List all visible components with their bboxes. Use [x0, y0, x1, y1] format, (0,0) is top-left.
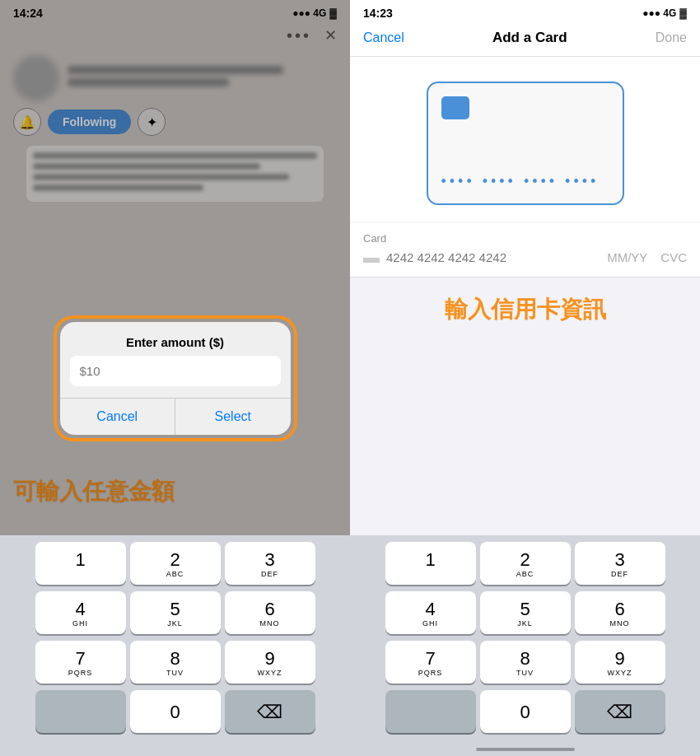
dialog-cancel-button[interactable]: Cancel: [60, 399, 176, 435]
left-phone-screen: 14:24 ●●● 4G ▓ ••• ✕ 🔔 Following ✦: [0, 0, 350, 756]
card-label: Card: [350, 222, 700, 248]
card-type-icon: ▬: [363, 248, 380, 267]
card-fields-row: ▬ MM/YY CVC: [350, 248, 700, 278]
right-keyboard: 1 2 ABC 3 DEF 4 GHI 5 JKL 6: [350, 535, 700, 756]
card-preview-area: •••• •••• •••• ••••: [350, 57, 700, 222]
right-keyboard-row-1: 1 2 ABC 3 DEF: [353, 542, 697, 585]
right-keyboard-row-2: 4 GHI 5 JKL 6 MNO: [353, 591, 697, 634]
signal-icon: ●●● 4G: [292, 7, 326, 19]
keyboard-row-1: 1 2 ABC 3 DEF: [3, 542, 347, 585]
left-status-bar: 14:24 ●●● 4G ▓: [0, 0, 350, 23]
dialog-title: Enter amount ($): [60, 322, 291, 356]
right-key-empty: [385, 690, 476, 733]
right-key-5[interactable]: 5 JKL: [480, 591, 571, 634]
key-empty: [35, 690, 126, 733]
card-visual: •••• •••• •••• ••••: [427, 82, 624, 205]
right-key-8[interactable]: 8 TUV: [480, 641, 571, 684]
dialog-select-button[interactable]: Select: [175, 399, 291, 435]
key-0[interactable]: 0: [130, 690, 221, 733]
right-key-9[interactable]: 9 WXYZ: [575, 641, 665, 684]
left-time: 14:24: [13, 7, 43, 20]
right-status-bar: 14:23 ●●● 4G ▓: [350, 0, 700, 23]
right-key-1[interactable]: 1: [385, 542, 476, 585]
right-home-indicator: [476, 748, 575, 751]
card-cvc-input[interactable]: CVC: [660, 250, 687, 264]
right-key-2[interactable]: 2 ABC: [480, 542, 571, 585]
right-caption-area: 輸入信用卡資訊: [350, 278, 700, 332]
key-9[interactable]: 9 WXYZ: [225, 641, 315, 684]
enter-amount-dialog: Enter amount ($) Cancel Select: [60, 322, 291, 435]
right-time: 14:23: [363, 7, 393, 20]
right-key-0[interactable]: 0: [480, 690, 571, 733]
keyboard-row-4: 0 ⌫: [3, 690, 347, 733]
right-status-icons: ●●● 4G ▓: [642, 7, 687, 19]
card-input-section: Card ▬ MM/YY CVC: [350, 222, 700, 278]
right-keyboard-row-4: 0 ⌫: [353, 690, 697, 733]
right-caption-text: 輸入信用卡資訊: [363, 294, 687, 325]
key-delete[interactable]: ⌫: [225, 690, 315, 733]
right-key-7[interactable]: 7 PQRS: [385, 641, 476, 684]
nav-title: Add a Card: [492, 30, 567, 46]
left-status-icons: ●●● 4G ▓: [292, 7, 337, 19]
battery-icon: ▓: [329, 7, 337, 19]
right-keyboard-row-3: 7 PQRS 8 TUV 9 WXYZ: [353, 641, 697, 684]
left-keyboard: 1 2 ABC 3 DEF 4 GHI 5 JKL 6: [0, 535, 350, 756]
key-2[interactable]: 2 ABC: [130, 542, 221, 585]
card-number-dots: •••• •••• •••• ••••: [441, 173, 609, 190]
orange-highlight: Enter amount ($) Cancel Select: [54, 315, 297, 441]
done-button: Done: [656, 30, 687, 45]
key-4[interactable]: 4 GHI: [35, 591, 126, 634]
key-1[interactable]: 1: [35, 542, 126, 585]
keyboard-row-3: 7 PQRS 8 TUV 9 WXYZ: [3, 641, 347, 684]
right-key-4[interactable]: 4 GHI: [385, 591, 476, 634]
right-signal-icon: ●●● 4G: [642, 7, 676, 19]
key-6[interactable]: 6 MNO: [225, 591, 315, 634]
right-key-6[interactable]: 6 MNO: [575, 591, 665, 634]
key-8[interactable]: 8 TUV: [130, 641, 221, 684]
right-key-delete[interactable]: ⌫: [575, 690, 665, 733]
card-expiry-input[interactable]: MM/YY: [607, 250, 647, 264]
top-navigation: Cancel Add a Card Done: [350, 23, 700, 57]
right-phone-screen: 14:23 ●●● 4G ▓ Cancel Add a Card Done ••…: [350, 0, 700, 756]
amount-input[interactable]: [70, 356, 281, 386]
right-battery-icon: ▓: [679, 7, 687, 19]
key-3[interactable]: 3 DEF: [225, 542, 315, 585]
key-5[interactable]: 5 JKL: [130, 591, 221, 634]
dialog-buttons: Cancel Select: [60, 398, 291, 435]
keyboard-row-2: 4 GHI 5 JKL 6 MNO: [3, 591, 347, 634]
card-chip-icon: [441, 96, 469, 119]
card-number-input[interactable]: [386, 250, 600, 264]
key-7[interactable]: 7 PQRS: [35, 641, 126, 684]
cancel-button[interactable]: Cancel: [363, 30, 404, 45]
right-key-3[interactable]: 3 DEF: [575, 542, 665, 585]
